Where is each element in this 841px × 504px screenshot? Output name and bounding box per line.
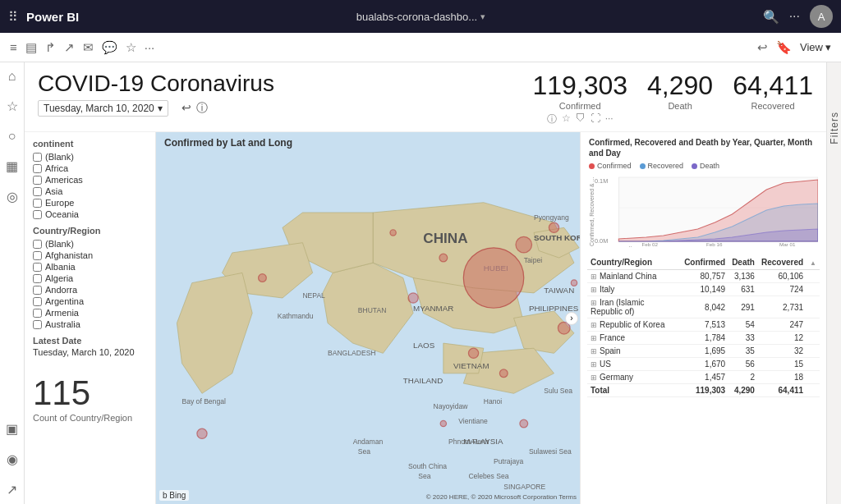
bubble-viet (499, 369, 508, 378)
country-armenia[interactable]: Armenia (33, 308, 147, 318)
svg-text:Taipei: Taipei (524, 256, 542, 264)
continent-africa-label: Africa (45, 163, 68, 173)
view-button[interactable]: View ▾ (800, 41, 831, 53)
legend-confirmed-label: Confirmed (597, 162, 632, 170)
country-blank-cb[interactable] (33, 240, 42, 249)
table-row[interactable]: ⊞Mainland China 80,757 3,136 60,106 (587, 270, 820, 283)
country-armenia-cb[interactable] (33, 309, 42, 318)
map-scroll-arrow[interactable]: › (565, 312, 578, 325)
continent-africa[interactable]: Africa (33, 163, 147, 173)
table-row[interactable]: ⊞Iran (Islamic Republic of) 8,042 291 2,… (587, 296, 820, 318)
date-chevron-icon: ▾ (158, 103, 163, 114)
cell-recovered: 18 (758, 371, 807, 384)
undo-icon[interactable]: ↩ (757, 40, 768, 55)
table-row[interactable]: ⊞Germany 1,457 2 18 (587, 371, 820, 384)
cell-country: ⊞Italy (587, 283, 681, 296)
confirmed-value: 119,303 (532, 71, 627, 101)
country-andorra-cb[interactable] (33, 286, 42, 295)
chat-icon[interactable]: 💬 (102, 40, 117, 55)
date-info-icon[interactable]: ⓘ (196, 101, 208, 116)
country-andorra[interactable]: Andorra (33, 285, 147, 295)
total-recovered: 64,411 (758, 384, 807, 397)
country-albania[interactable]: Albania (33, 262, 147, 272)
country-afghanistan[interactable]: Afghanistan (33, 250, 147, 260)
report-icon[interactable]: ▤ (25, 40, 37, 55)
filters-sidebar[interactable]: Filters (826, 62, 841, 504)
country-afghanistan-cb[interactable] (33, 251, 42, 260)
country-australia-cb[interactable] (33, 320, 42, 329)
death-label: Death (647, 101, 713, 111)
table-row[interactable]: ⊞Republic of Korea 7,513 54 247 (587, 318, 820, 332)
country-blank[interactable]: (Blank) (33, 239, 147, 249)
apps-icon[interactable]: ⠿ (8, 9, 18, 25)
continent-europe-checkbox[interactable] (33, 199, 42, 208)
left-filter-panel: continent (Blank) Africa Americas (25, 132, 156, 504)
continent-americas[interactable]: Americas (33, 175, 147, 185)
filter-icon[interactable]: ⛉ (576, 112, 586, 126)
continent-oceania[interactable]: Oceania (33, 209, 147, 219)
bookmark-icon[interactable]: ☆ (126, 40, 136, 55)
country-argentina[interactable]: Argentina (33, 296, 147, 306)
table-row[interactable]: ⊞France 1,784 33 12 (587, 332, 820, 345)
nav-monitor-icon[interactable]: ▣ (6, 421, 18, 437)
cell-extra (807, 296, 820, 318)
cell-country: ⊞Mainland China (587, 270, 681, 283)
table-row[interactable]: ⊞Italy 10,149 631 724 (587, 283, 820, 296)
confirmed-icons: ⓘ ☆ ⛉ ⛶ ··· (532, 112, 627, 126)
avatar[interactable]: A (810, 5, 833, 28)
nav-person-icon[interactable]: ◎ (7, 189, 18, 204)
recovered-stat: 64,411 Recovered (733, 71, 813, 111)
continent-oceania-label: Oceania (45, 209, 79, 219)
svg-text:Hanoi: Hanoi (484, 397, 502, 405)
hamburger-icon[interactable]: ≡ (10, 40, 17, 54)
toolbar-more-icon[interactable]: ··· (145, 40, 155, 54)
continent-blank[interactable]: (Blank) (33, 152, 147, 162)
continent-asia-checkbox[interactable] (33, 187, 42, 196)
insert-icon[interactable]: ↱ (45, 40, 56, 55)
table-row[interactable]: ⊞US 1,670 56 15 (587, 358, 820, 371)
nav-share-icon[interactable]: ↗ (7, 482, 17, 497)
page-bookmark-icon[interactable]: 🔖 (776, 40, 792, 55)
continent-europe[interactable]: Europe (33, 198, 147, 208)
country-algeria[interactable]: Algeria (33, 273, 147, 283)
table-row[interactable]: ⊞Spain 1,695 35 32 (587, 345, 820, 358)
bubble-iran (259, 274, 267, 282)
date-dropdown[interactable]: Tuesday, March 10, 2020 ▾ (38, 100, 168, 117)
country-algeria-cb[interactable] (33, 274, 42, 283)
continent-americas-checkbox[interactable] (33, 176, 42, 185)
country-albania-cb[interactable] (33, 263, 42, 272)
col-death: Death (728, 255, 758, 270)
cell-confirmed: 1,695 (681, 345, 728, 358)
nav-star-icon[interactable]: ☆ (7, 99, 18, 114)
expand-icon[interactable]: ⛶ (591, 112, 600, 126)
country-argentina-cb[interactable] (33, 297, 42, 306)
cell-recovered: 60,106 (758, 270, 807, 283)
date-undo-icon[interactable]: ↩ (182, 101, 191, 116)
email-icon[interactable]: ✉ (83, 40, 94, 55)
continent-asia[interactable]: Asia (33, 186, 147, 196)
map-area[interactable]: Confirmed by Lat and Long (156, 132, 580, 504)
more-options-icon[interactable]: ··· (789, 9, 800, 24)
legend-confirmed: Confirmed (589, 162, 632, 170)
continent-africa-checkbox[interactable] (33, 164, 42, 173)
nav-clock-icon[interactable]: ○ (8, 129, 16, 144)
map-svg: CHINA SOUTH KOREA NEPAL Kathmandu BHUTAN… (156, 132, 580, 504)
more-icon[interactable]: ··· (605, 112, 614, 126)
nav-user-icon[interactable]: ◉ (7, 451, 18, 467)
nav-home-icon[interactable]: ⌂ (8, 69, 16, 84)
col-country: Country/Region (587, 255, 681, 270)
svg-text:South China: South China (408, 462, 447, 470)
file-chevron-icon[interactable]: ▾ (480, 11, 485, 22)
cell-death: 56 (728, 358, 758, 371)
latest-date-label: Latest Date (33, 336, 147, 346)
count-label: Count of Country/Region (33, 413, 147, 423)
pin-icon[interactable]: ☆ (562, 112, 571, 126)
search-icon[interactable]: 🔍 (763, 9, 779, 25)
nav-apps-icon[interactable]: ▦ (6, 158, 18, 174)
continent-blank-checkbox[interactable] (33, 153, 42, 162)
info-icon[interactable]: ⓘ (547, 112, 557, 126)
country-australia[interactable]: Australia (33, 319, 147, 329)
continent-oceania-checkbox[interactable] (33, 210, 42, 219)
export-icon[interactable]: ↗ (64, 40, 75, 55)
continent-americas-label: Americas (45, 175, 83, 185)
